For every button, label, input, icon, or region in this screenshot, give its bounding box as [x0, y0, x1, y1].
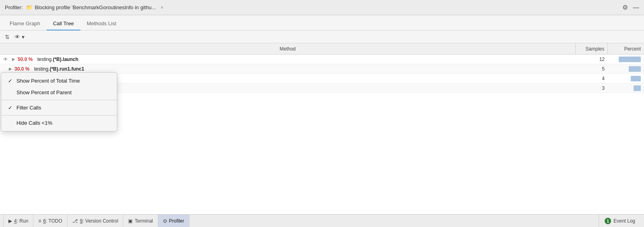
profiler-label: Profiler: [169, 218, 184, 224]
tab-bar: Flame Graph Call Tree Methods List: [0, 15, 644, 30]
eye-icon[interactable]: 👁: [2, 57, 10, 62]
toolbar: ⇅ 👁 ▾: [0, 30, 644, 43]
profile-filename: 📁 Blocking profile 'BenchmarkGoroutinesI…: [26, 4, 166, 11]
terminal-icon: ▣: [128, 218, 132, 224]
dropdown-menu: ✓ Show Percent of Total Time Show Percen…: [1, 72, 117, 132]
event-log-icon: 1: [605, 218, 611, 224]
table-row: 👁 ▶ 50.0 % testing.(*B).launch 12: [0, 55, 644, 64]
percent-bar: [629, 66, 641, 72]
filename-text: Blocking profile 'BenchmarkGoroutinesInf…: [35, 4, 156, 10]
cell-samples: 4: [576, 76, 608, 81]
expand-icon[interactable]: ▶: [8, 67, 13, 71]
menu-label: Show Percent of Total Time: [16, 78, 80, 84]
profiler-label: Profiler:: [5, 4, 23, 10]
terminal-label: Terminal: [135, 218, 153, 224]
menu-divider-2: [1, 115, 117, 116]
bottom-item-terminal[interactable]: ▣ Terminal: [123, 215, 158, 227]
minimize-button[interactable]: —: [633, 4, 639, 11]
bottom-item-profiler[interactable]: ⊙ Profiler: [158, 215, 190, 227]
menu-item-show-percent-parent[interactable]: Show Percent of Parent: [1, 87, 117, 98]
check-icon: ✓: [7, 105, 13, 111]
cell-percent: [608, 57, 644, 62]
cell-samples: 3: [576, 85, 608, 91]
title-bar-right: ⚙ —: [622, 4, 639, 11]
eye-dropdown-button[interactable]: 👁 ▾: [13, 33, 26, 41]
filter-button[interactable]: ⇅: [3, 33, 11, 41]
title-bar-left: Profiler: 📁 Blocking profile 'BenchmarkG…: [5, 4, 165, 11]
col-samples-header: Samples: [576, 43, 608, 54]
tab-call-tree[interactable]: Call Tree: [47, 17, 80, 30]
pct-text: 30.0 %: [14, 66, 33, 72]
version-control-icon: ⎇: [72, 218, 78, 224]
method-name: testing.(*B).launch: [37, 57, 78, 62]
menu-label: Hide Calls <1%: [16, 120, 52, 126]
menu-label: Filter Calls: [16, 105, 41, 111]
col-percent-header: Percent: [608, 43, 644, 54]
todo-label: 6: TODO: [43, 218, 62, 224]
bottom-item-version-control[interactable]: ⎇ 9: Version Control: [67, 215, 123, 227]
version-control-label: 9: Version Control: [80, 218, 118, 224]
event-log-button[interactable]: 1 Event Log: [599, 215, 641, 227]
close-tab-button[interactable]: ×: [158, 4, 165, 11]
table-body: 👁 ▶ 50.0 % testing.(*B).launch 12 ▶ 30.0…: [0, 55, 644, 214]
cell-method: ▶ 30.0 % testing.(*B).run1.func1: [0, 66, 576, 72]
cell-percent: [608, 76, 644, 81]
check-icon: [7, 89, 13, 95]
menu-item-hide-calls[interactable]: Hide Calls <1%: [1, 117, 117, 129]
percent-bar: [634, 85, 641, 91]
todo-icon: ≡: [38, 218, 41, 224]
menu-divider: [1, 100, 117, 100]
expand-icon[interactable]: ▶: [11, 57, 16, 61]
event-log-label: Event Log: [613, 218, 635, 224]
check-icon: [7, 120, 13, 126]
bottom-item-todo[interactable]: ≡ 6: TODO: [33, 215, 67, 227]
menu-label: Show Percent of Parent: [16, 89, 71, 95]
tab-methods-list[interactable]: Methods List: [80, 17, 123, 30]
run-label: 4: Run: [14, 218, 28, 224]
pct-text: 50.0 %: [18, 57, 36, 62]
bottom-bar: ▶ 4: Run ≡ 6: TODO ⎇ 9: Version Control …: [0, 214, 644, 227]
run-icon: ▶: [8, 218, 12, 224]
menu-item-filter-calls[interactable]: ✓ Filter Calls: [1, 102, 117, 114]
menu-item-show-percent-total[interactable]: ✓ Show Percent of Total Time: [1, 75, 117, 87]
tab-flame-graph[interactable]: Flame Graph: [3, 17, 47, 30]
cell-samples: 5: [576, 66, 608, 72]
check-icon: ✓: [7, 78, 13, 84]
cell-method: 👁 ▶ 50.0 % testing.(*B).launch: [0, 57, 576, 62]
col-method-header: Method: [0, 43, 576, 54]
bottom-item-run[interactable]: ▶ 4: Run: [3, 215, 33, 227]
percent-bar: [619, 57, 641, 62]
title-bar: Profiler: 📁 Blocking profile 'BenchmarkG…: [0, 0, 644, 15]
cell-percent: [608, 85, 644, 91]
profiler-icon: ⊙: [163, 218, 167, 224]
settings-button[interactable]: ⚙: [622, 4, 628, 11]
folder-icon: 📁: [26, 4, 33, 10]
cell-samples: 12: [576, 57, 608, 62]
percent-bar: [631, 76, 641, 81]
cell-percent: [608, 66, 644, 72]
table-header: Method Samples Percent: [0, 43, 644, 55]
method-name: testing.(*B).run1.func1: [34, 66, 84, 72]
